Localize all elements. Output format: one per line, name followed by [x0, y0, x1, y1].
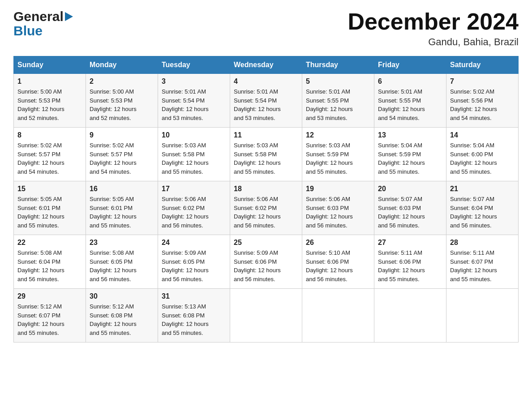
- logo-triangle-icon: [65, 12, 73, 21]
- day-info: Sunrise: 5:03 AMSunset: 5:59 PMDaylight:…: [306, 141, 370, 176]
- calendar-week-row: 15Sunrise: 5:05 AMSunset: 6:01 PMDayligh…: [14, 181, 519, 235]
- day-number: 30: [90, 292, 154, 300]
- calendar-cell: 9Sunrise: 5:02 AMSunset: 5:57 PMDaylight…: [86, 128, 158, 181]
- day-info: Sunrise: 5:02 AMSunset: 5:56 PMDaylight:…: [450, 87, 515, 122]
- day-info: Sunrise: 5:10 AMSunset: 6:06 PMDaylight:…: [306, 248, 370, 283]
- logo: General Blue: [13, 9, 73, 39]
- day-number: 4: [234, 77, 298, 86]
- day-info: Sunrise: 5:03 AMSunset: 5:58 PMDaylight:…: [234, 141, 298, 176]
- calendar-cell: [446, 289, 519, 342]
- calendar-week-row: 22Sunrise: 5:08 AMSunset: 6:04 PMDayligh…: [14, 235, 519, 289]
- col-header-sunday: Sunday: [14, 56, 86, 74]
- calendar-cell: 14Sunrise: 5:04 AMSunset: 6:00 PMDayligh…: [446, 128, 519, 181]
- day-info: Sunrise: 5:00 AMSunset: 5:53 PMDaylight:…: [17, 87, 82, 122]
- day-info: Sunrise: 5:06 AMSunset: 6:02 PMDaylight:…: [234, 195, 298, 230]
- day-number: 12: [306, 131, 370, 139]
- day-info: Sunrise: 5:00 AMSunset: 5:53 PMDaylight:…: [90, 87, 154, 122]
- day-info: Sunrise: 5:13 AMSunset: 6:08 PMDaylight:…: [162, 302, 226, 337]
- col-header-friday: Friday: [374, 56, 446, 74]
- day-number: 17: [162, 185, 226, 193]
- calendar-cell: 18Sunrise: 5:06 AMSunset: 6:02 PMDayligh…: [230, 181, 302, 235]
- day-info: Sunrise: 5:05 AMSunset: 6:01 PMDaylight:…: [17, 195, 82, 230]
- day-number: 29: [17, 292, 82, 300]
- day-info: Sunrise: 5:12 AMSunset: 6:07 PMDaylight:…: [17, 302, 82, 337]
- calendar-table: SundayMondayTuesdayWednesdayThursdayFrid…: [13, 56, 519, 342]
- location-subtitle: Gandu, Bahia, Brazil: [348, 36, 519, 48]
- calendar-cell: 16Sunrise: 5:05 AMSunset: 6:01 PMDayligh…: [86, 181, 158, 235]
- day-number: 11: [234, 131, 298, 139]
- day-number: 16: [90, 185, 154, 193]
- calendar-cell: 13Sunrise: 5:04 AMSunset: 5:59 PMDayligh…: [374, 128, 446, 181]
- day-info: Sunrise: 5:01 AMSunset: 5:55 PMDaylight:…: [378, 87, 442, 122]
- day-number: 31: [162, 292, 226, 300]
- calendar-cell: 31Sunrise: 5:13 AMSunset: 6:08 PMDayligh…: [158, 289, 230, 342]
- day-number: 2: [90, 77, 154, 86]
- calendar-cell: 26Sunrise: 5:10 AMSunset: 6:06 PMDayligh…: [302, 235, 374, 289]
- calendar-cell: 21Sunrise: 5:07 AMSunset: 6:04 PMDayligh…: [446, 181, 519, 235]
- calendar-cell: 17Sunrise: 5:06 AMSunset: 6:02 PMDayligh…: [158, 181, 230, 235]
- calendar-cell: 3Sunrise: 5:01 AMSunset: 5:54 PMDaylight…: [158, 74, 230, 128]
- calendar-cell: 15Sunrise: 5:05 AMSunset: 6:01 PMDayligh…: [14, 181, 86, 235]
- month-title: December 2024: [348, 9, 519, 34]
- day-info: Sunrise: 5:07 AMSunset: 6:04 PMDaylight:…: [450, 195, 515, 230]
- day-number: 25: [234, 239, 298, 247]
- calendar-cell: 11Sunrise: 5:03 AMSunset: 5:58 PMDayligh…: [230, 128, 302, 181]
- calendar-cell: 22Sunrise: 5:08 AMSunset: 6:04 PMDayligh…: [14, 235, 86, 289]
- day-info: Sunrise: 5:07 AMSunset: 6:03 PMDaylight:…: [378, 195, 442, 230]
- calendar-cell: 24Sunrise: 5:09 AMSunset: 6:05 PMDayligh…: [158, 235, 230, 289]
- day-info: Sunrise: 5:09 AMSunset: 6:05 PMDaylight:…: [162, 248, 226, 283]
- day-number: 21: [450, 185, 515, 193]
- calendar-cell: [374, 289, 446, 342]
- day-info: Sunrise: 5:02 AMSunset: 5:57 PMDaylight:…: [17, 141, 82, 176]
- day-info: Sunrise: 5:01 AMSunset: 5:55 PMDaylight:…: [306, 87, 370, 122]
- col-header-thursday: Thursday: [302, 56, 374, 74]
- calendar-cell: 30Sunrise: 5:12 AMSunset: 6:08 PMDayligh…: [86, 289, 158, 342]
- calendar-cell: 1Sunrise: 5:00 AMSunset: 5:53 PMDaylight…: [14, 74, 86, 128]
- calendar-cell: 27Sunrise: 5:11 AMSunset: 6:06 PMDayligh…: [374, 235, 446, 289]
- day-number: 5: [306, 77, 370, 86]
- calendar-cell: 28Sunrise: 5:11 AMSunset: 6:07 PMDayligh…: [446, 235, 519, 289]
- day-number: 13: [378, 131, 442, 139]
- col-header-wednesday: Wednesday: [230, 56, 302, 74]
- day-number: 7: [450, 77, 515, 86]
- day-number: 1: [17, 77, 82, 86]
- day-number: 3: [162, 77, 226, 86]
- day-info: Sunrise: 5:11 AMSunset: 6:06 PMDaylight:…: [378, 248, 442, 283]
- day-number: 28: [450, 239, 515, 247]
- day-number: 18: [234, 185, 298, 193]
- logo-blue-text: Blue: [13, 23, 73, 39]
- calendar-cell: 5Sunrise: 5:01 AMSunset: 5:55 PMDaylight…: [302, 74, 374, 128]
- day-number: 20: [378, 185, 442, 193]
- day-number: 27: [378, 239, 442, 247]
- calendar-cell: 10Sunrise: 5:03 AMSunset: 5:58 PMDayligh…: [158, 128, 230, 181]
- day-info: Sunrise: 5:01 AMSunset: 5:54 PMDaylight:…: [234, 87, 298, 122]
- day-info: Sunrise: 5:09 AMSunset: 6:06 PMDaylight:…: [234, 248, 298, 283]
- calendar-cell: 2Sunrise: 5:00 AMSunset: 5:53 PMDaylight…: [86, 74, 158, 128]
- calendar-cell: 4Sunrise: 5:01 AMSunset: 5:54 PMDaylight…: [230, 74, 302, 128]
- col-header-monday: Monday: [86, 56, 158, 74]
- day-number: 23: [90, 239, 154, 247]
- title-block: December 2024 Gandu, Bahia, Brazil: [348, 9, 519, 48]
- day-number: 14: [450, 131, 515, 139]
- col-header-tuesday: Tuesday: [158, 56, 230, 74]
- day-info: Sunrise: 5:11 AMSunset: 6:07 PMDaylight:…: [450, 248, 515, 283]
- day-number: 24: [162, 239, 226, 247]
- calendar-cell: 20Sunrise: 5:07 AMSunset: 6:03 PMDayligh…: [374, 181, 446, 235]
- calendar-cell: 23Sunrise: 5:08 AMSunset: 6:05 PMDayligh…: [86, 235, 158, 289]
- calendar-cell: [302, 289, 374, 342]
- logo-general-text: General: [13, 9, 64, 24]
- day-number: 26: [306, 239, 370, 247]
- calendar-cell: 25Sunrise: 5:09 AMSunset: 6:06 PMDayligh…: [230, 235, 302, 289]
- calendar-week-row: 8Sunrise: 5:02 AMSunset: 5:57 PMDaylight…: [14, 128, 519, 181]
- calendar-header-row: SundayMondayTuesdayWednesdayThursdayFrid…: [14, 56, 519, 74]
- calendar-cell: 12Sunrise: 5:03 AMSunset: 5:59 PMDayligh…: [302, 128, 374, 181]
- page-header: General Blue December 2024 Gandu, Bahia,…: [13, 9, 519, 48]
- calendar-cell: 7Sunrise: 5:02 AMSunset: 5:56 PMDaylight…: [446, 74, 519, 128]
- day-number: 8: [17, 131, 82, 139]
- calendar-week-row: 1Sunrise: 5:00 AMSunset: 5:53 PMDaylight…: [14, 74, 519, 128]
- day-info: Sunrise: 5:03 AMSunset: 5:58 PMDaylight:…: [162, 141, 226, 176]
- col-header-saturday: Saturday: [446, 56, 519, 74]
- day-info: Sunrise: 5:08 AMSunset: 6:05 PMDaylight:…: [90, 248, 154, 283]
- calendar-cell: 29Sunrise: 5:12 AMSunset: 6:07 PMDayligh…: [14, 289, 86, 342]
- day-info: Sunrise: 5:04 AMSunset: 5:59 PMDaylight:…: [378, 141, 442, 176]
